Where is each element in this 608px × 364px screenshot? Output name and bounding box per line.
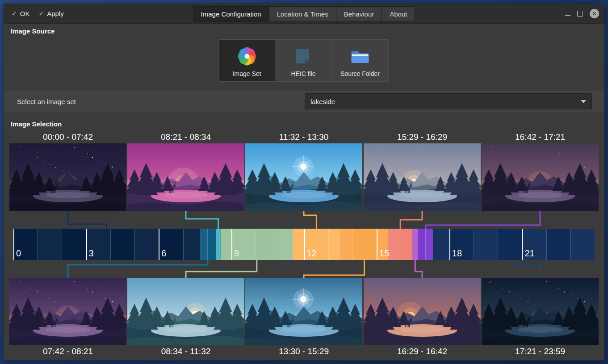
lakeside-scene — [245, 143, 362, 211]
timeline-segment[interactable] — [216, 229, 221, 260]
wallpaper-thumbnail-11-32-13-30[interactable] — [245, 143, 362, 211]
hour-label: 18 — [452, 248, 462, 259]
lakeside-scene — [482, 278, 599, 345]
hour-tick — [377, 229, 377, 260]
folder-icon — [350, 40, 370, 70]
wallpaper-thumbnail-08-21-08-34[interactable] — [127, 143, 244, 211]
tab-behaviour[interactable]: Behaviour — [336, 7, 382, 21]
timeline-connector — [426, 211, 540, 230]
hour-tick — [401, 229, 401, 260]
hour-tick — [425, 229, 426, 260]
wallpaper-thumbnail-13-30-15-29[interactable] — [245, 278, 362, 345]
hour-label: 3 — [89, 248, 94, 259]
wallpaper-thumbnail-16-42-17-21[interactable] — [482, 143, 599, 211]
hour-tick — [474, 229, 474, 260]
source-option-label: HEIC file — [291, 70, 315, 81]
heic-page-icon — [293, 40, 314, 70]
hour-tick — [570, 229, 571, 260]
lakeside-scene — [127, 143, 244, 211]
hour-band — [570, 229, 595, 260]
hour-label: 6 — [161, 248, 166, 259]
timeline-connector — [68, 211, 107, 230]
timeline-connector — [400, 211, 422, 230]
maximize-icon[interactable] — [577, 11, 583, 17]
hour-tick — [207, 229, 208, 260]
thumbnail-time-label: 07:42 - 08:21 — [9, 347, 126, 356]
hour-label: 12 — [307, 248, 317, 259]
thumbnail-time-label: 08:34 - 11:32 — [127, 347, 244, 356]
hour-band — [425, 229, 449, 260]
image-set-combobox-value: lakeside — [310, 98, 335, 105]
timeline-connector — [415, 258, 422, 278]
thumbnail-time-label: 16:42 - 17:21 — [482, 132, 599, 142]
lakeside-scene — [9, 143, 126, 211]
lakeside-scene — [9, 278, 126, 345]
ok-button-label: OK — [20, 10, 30, 17]
hour-tick — [231, 229, 232, 260]
wallpaper-thumbnail-15-29-16-29[interactable] — [364, 143, 481, 211]
hour-label: 0 — [16, 248, 21, 259]
thumbnail-time-label: 13:30 - 15:29 — [245, 347, 362, 356]
hour-label: 15 — [379, 248, 389, 259]
hour-tick — [449, 229, 450, 260]
wallpaper-thumbnail-07-42-08-21[interactable] — [9, 278, 126, 345]
hour-tick — [86, 229, 87, 260]
chevron-down-icon — [581, 100, 586, 103]
source-option-image-set[interactable]: Image Set — [218, 39, 275, 82]
source-option-source-folder[interactable]: Source Folder — [332, 39, 389, 82]
hour-band — [474, 229, 498, 260]
hour-tick — [159, 229, 159, 260]
lakeside-scene — [482, 143, 599, 211]
wallpaper-thumbnail-17-21-23-59[interactable] — [482, 278, 599, 345]
apply-button-label: Apply — [47, 10, 64, 17]
thumbnail-time-label: 15:29 - 16:29 — [364, 132, 481, 142]
source-option-label: Source Folder — [340, 70, 380, 81]
hour-tick — [304, 229, 305, 260]
thumbnail-time-label: 08:21 - 08:34 — [127, 132, 244, 142]
hour-tick — [546, 229, 547, 260]
hour-tick — [352, 229, 353, 260]
hour-tick — [62, 229, 62, 260]
tab-about[interactable]: About — [382, 7, 415, 21]
timeline-connector — [186, 211, 218, 230]
image-set-selector-label: Select an image set — [17, 98, 76, 105]
timeline-bar: 036912151821 — [13, 229, 595, 260]
hour-band — [280, 229, 304, 260]
tab-image-configuration[interactable]: Image Configuration — [193, 7, 269, 21]
timeline-connector — [514, 258, 540, 278]
close-icon[interactable]: ✕ — [590, 9, 599, 18]
app-window: ✓ OK ✓ Apply Image ConfigurationLocation… — [4, 4, 604, 360]
pinwheel-icon — [237, 40, 257, 70]
wallpaper-thumbnail-08-34-11-32[interactable] — [127, 278, 244, 345]
hour-tick — [256, 229, 256, 260]
timeline-segment[interactable] — [412, 229, 418, 260]
timeline-connector — [304, 211, 316, 230]
ok-button[interactable]: ✓ OK — [12, 10, 29, 17]
minimize-icon[interactable] — [565, 15, 570, 16]
desktop-background: ✓ OK ✓ Apply Image ConfigurationLocation… — [0, 0, 608, 364]
hour-tick — [522, 229, 523, 260]
hour-tick — [38, 229, 38, 260]
tab-location-times[interactable]: Location & Times — [269, 7, 336, 21]
check-icon: ✓ — [38, 10, 44, 17]
hour-tick — [13, 229, 14, 260]
image-selection-section-title: Image Selection — [11, 120, 62, 128]
apply-button[interactable]: ✓ Apply — [38, 10, 63, 17]
window-controls: ✕ — [565, 4, 599, 23]
source-option-heic-file[interactable]: HEIC file — [275, 39, 332, 82]
hour-tick — [110, 229, 111, 260]
lakeside-scene — [364, 278, 481, 345]
image-source-section-title: Image Source — [11, 27, 55, 35]
hour-band — [328, 229, 352, 260]
hour-tick — [280, 229, 280, 260]
timeline-connector — [186, 258, 257, 278]
hour-tick — [134, 229, 135, 260]
hour-label: 9 — [234, 248, 239, 259]
timeline-connector — [68, 258, 208, 278]
wallpaper-thumbnail-16-29-16-42[interactable] — [364, 278, 481, 345]
image-source-type-group: Image Set HEIC file Source Folder — [218, 39, 389, 82]
thumbnail-time-label: 16:29 - 16:42 — [364, 347, 481, 356]
titlebar-actions: ✓ OK ✓ Apply — [12, 4, 64, 23]
wallpaper-thumbnail-00-00-07-42[interactable] — [9, 143, 126, 211]
image-set-combobox[interactable]: lakeside — [305, 93, 592, 109]
